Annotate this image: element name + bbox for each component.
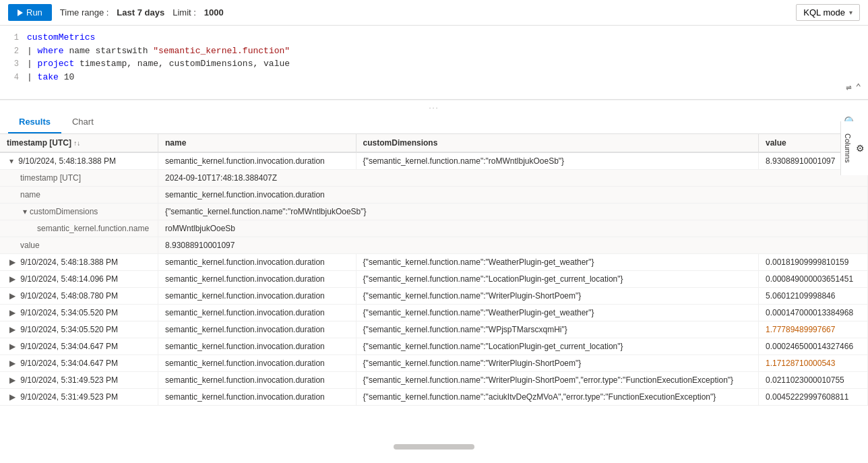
sort-icon: ↑↓	[73, 140, 80, 147]
sub-expand-button[interactable]: ▾	[20, 207, 30, 216]
cell-customdimensions: {"semantic_kernel.function.name":"Writer…	[356, 355, 758, 372]
limit-label: Limit :	[173, 7, 196, 18]
results-table: timestamp [UTC] ↑↓ name customDimensions…	[0, 134, 868, 406]
kql-mode-button[interactable]: KQL mode ▾	[796, 4, 860, 21]
run-label: Run	[26, 7, 42, 18]
collapse-bar[interactable]: ...	[0, 100, 868, 111]
cell-timestamp: ▶ 9/10/2024, 5:34:04.647 PM	[0, 338, 158, 355]
query-line-4: 4 | take 10	[0, 71, 868, 84]
cell-value: 1.77789489997667	[758, 321, 867, 338]
table-row: ▶ 9/10/2024, 5:31:49.523 PMsemantic_kern…	[0, 372, 868, 389]
cell-value: 5.06012109998846	[758, 288, 867, 305]
sub-cell-value: semantic_kernel.function.invocation.dura…	[158, 187, 867, 204]
tab-results[interactable]: Results	[8, 111, 61, 133]
sub-cell-value: 8.93088910001097	[158, 237, 867, 254]
expand-button[interactable]: ▶	[7, 325, 18, 334]
sub-cell-label: value	[0, 237, 158, 254]
expand-button[interactable]: ▶	[7, 375, 18, 385]
table-row: ▶ 9/10/2024, 5:31:49.523 PMsemantic_kern…	[0, 389, 868, 406]
columns-label: Columns	[844, 133, 852, 162]
results-container[interactable]: timestamp [UTC] ↑↓ name customDimensions…	[0, 134, 868, 422]
expand-button[interactable]: ▶	[7, 291, 18, 301]
cell-name: semantic_kernel.function.invocation.dura…	[158, 372, 356, 389]
columns-icon: ⚙	[855, 143, 865, 154]
cell-value: 0.000849000003651451	[758, 271, 867, 288]
collapse-icon[interactable]: ⌃	[856, 81, 861, 95]
sub-cell-value: 2024-09-10T17:48:18.388407Z	[158, 170, 867, 187]
cell-name: semantic_kernel.function.invocation.dura…	[158, 321, 356, 338]
line-num-4: 4	[5, 71, 19, 84]
expand-button[interactable]: ▶	[7, 392, 18, 402]
expand-button[interactable]: ▾	[7, 156, 16, 166]
query-line-3: 3 | project timestamp, name, customDimen…	[0, 57, 868, 71]
cell-timestamp: ▶ 9/10/2024, 5:34:05.520 PM	[0, 305, 158, 321]
table-header-row: timestamp [UTC] ↑↓ name customDimensions…	[0, 134, 868, 152]
sub-cell-label: ▾customDimensions	[0, 204, 158, 220]
cell-timestamp: ▾ 9/10/2024, 5:48:18.388 PM	[0, 152, 158, 170]
col-header-timestamp[interactable]: timestamp [UTC] ↑↓	[0, 134, 158, 152]
tab-chart[interactable]: Chart	[61, 111, 104, 133]
col-header-customdimensions[interactable]: customDimensions	[356, 134, 758, 152]
cell-value: 0.00181909999810159	[758, 254, 867, 271]
cell-timestamp: ▶ 9/10/2024, 5:34:05.520 PM	[0, 321, 158, 338]
line-num-1: 1	[5, 32, 19, 44]
columns-panel[interactable]: ⚙ Columns	[840, 121, 868, 175]
table-row: ▾ 9/10/2024, 5:48:18.388 PMsemantic_kern…	[0, 152, 868, 170]
cell-customdimensions: {"semantic_kernel.function.name":"Writer…	[356, 372, 758, 389]
cell-value: 0.0211023000010755	[758, 372, 867, 389]
sub-row: namesemantic_kernel.function.invocation.…	[0, 187, 868, 204]
query-editor[interactable]: 1 customMetrics 2 | where name startswit…	[0, 26, 868, 100]
cell-name: semantic_kernel.function.invocation.dura…	[158, 254, 356, 271]
expand-button[interactable]: ▶	[7, 342, 18, 351]
cell-timestamp: ▶ 9/10/2024, 5:48:08.780 PM	[0, 288, 158, 305]
kql-mode-label: KQL mode	[803, 7, 845, 18]
cell-customdimensions: {"semantic_kernel.function.name":"aciukI…	[356, 389, 758, 406]
line-num-2: 2	[5, 45, 19, 57]
sub-row: value8.93088910001097	[0, 237, 868, 254]
table-row: ▶ 9/10/2024, 5:34:05.520 PMsemantic_kern…	[0, 321, 868, 338]
sub-cell-label: timestamp [UTC]	[0, 170, 158, 187]
cell-timestamp: ▶ 9/10/2024, 5:34:04.647 PM	[0, 355, 158, 372]
sub-row: timestamp [UTC]2024-09-10T17:48:18.38840…	[0, 170, 868, 187]
cell-name: semantic_kernel.function.invocation.dura…	[158, 152, 356, 170]
cell-value: 0.000246500014327466	[758, 338, 867, 355]
cell-value: 1.17128710000543	[758, 355, 867, 372]
expand-button[interactable]: ▶	[7, 257, 18, 267]
time-range-value: Last 7 days	[117, 7, 164, 18]
line-num-3: 3	[5, 58, 19, 70]
expand-button[interactable]: ▶	[7, 274, 18, 284]
cell-name: semantic_kernel.function.invocation.dura…	[158, 338, 356, 355]
toolbar: Run Time range : Last 7 days Limit : 100…	[0, 0, 868, 26]
expand-button[interactable]: ▶	[7, 359, 18, 368]
cell-value: 0.000147000013384968	[758, 305, 867, 321]
expand-button[interactable]: ▶	[7, 308, 18, 317]
sub-cell-label: semantic_kernel.function.name	[0, 220, 158, 237]
line-content-4: | take 10	[27, 71, 74, 84]
tabs-left: Results Chart	[8, 111, 104, 133]
sub-cell-value: roMWntlbjukOoeSb	[158, 220, 867, 237]
cell-timestamp: ▶ 9/10/2024, 5:31:49.523 PM	[0, 372, 158, 389]
cell-timestamp: ▶ 9/10/2024, 5:31:49.523 PM	[0, 389, 158, 406]
cell-name: semantic_kernel.function.invocation.dura…	[158, 305, 356, 321]
play-icon	[18, 9, 23, 16]
cell-customdimensions: {"semantic_kernel.function.name":"Locati…	[356, 338, 758, 355]
table-row: ▶ 9/10/2024, 5:34:05.520 PMsemantic_kern…	[0, 305, 868, 321]
table-row: ▶ 9/10/2024, 5:34:04.647 PMsemantic_kern…	[0, 355, 868, 372]
cell-name: semantic_kernel.function.invocation.dura…	[158, 389, 356, 406]
line-content-1: customMetrics	[27, 31, 95, 44]
table-row: ▶ 9/10/2024, 5:48:08.780 PMsemantic_kern…	[0, 288, 868, 305]
table-body: ▾ 9/10/2024, 5:48:18.388 PMsemantic_kern…	[0, 152, 868, 406]
cell-customdimensions: {"semantic_kernel.function.name":"Weathe…	[356, 305, 758, 321]
time-range-label: Time range :	[60, 7, 109, 18]
sub-row: semantic_kernel.function.nameroMWntlbjuk…	[0, 220, 868, 237]
col-header-name[interactable]: name	[158, 134, 356, 152]
run-button[interactable]: Run	[8, 4, 52, 21]
cell-customdimensions: {"semantic_kernel.function.name":"Writer…	[356, 288, 758, 305]
cell-customdimensions: {"semantic_kernel.function.name":"roMWnt…	[356, 152, 758, 170]
format-icon[interactable]: ⇌	[846, 81, 851, 95]
cell-customdimensions: {"semantic_kernel.function.name":"WPjspT…	[356, 321, 758, 338]
table-row: ▶ 9/10/2024, 5:48:14.096 PMsemantic_kern…	[0, 271, 868, 288]
cell-name: semantic_kernel.function.invocation.dura…	[158, 288, 356, 305]
editor-controls: ⇌ ⌃	[846, 81, 861, 95]
query-line-2: 2 | where name startswith "semantic_kern…	[0, 44, 868, 58]
